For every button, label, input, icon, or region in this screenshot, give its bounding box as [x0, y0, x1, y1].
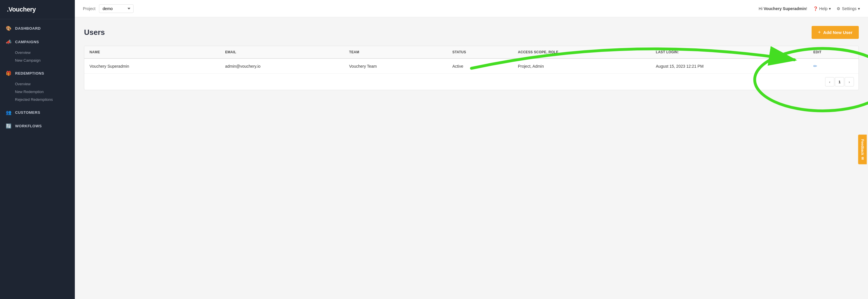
add-new-user-button[interactable]: + Add New User	[812, 26, 859, 39]
redemptions-icon: 🎁	[6, 70, 12, 76]
sidebar-item-new-redemption[interactable]: New Redemption	[15, 88, 75, 96]
pagination-prev-button[interactable]: ‹	[825, 77, 834, 86]
nav-section-customers: 👥 CUSTOMERS	[0, 106, 75, 119]
sidebar-item-customers[interactable]: 👥 CUSTOMERS	[0, 106, 75, 119]
table-body: Vouchery Superadmin admin@vouchery.io Vo…	[84, 58, 859, 73]
sidebar-item-redemptions-overview[interactable]: Overview	[15, 80, 75, 88]
page-header: Users + Add New User	[84, 26, 859, 39]
help-button[interactable]: ❓ Help ▾	[813, 6, 831, 11]
feedback-tab[interactable]: Feedback ✉	[858, 134, 867, 164]
table-header: NAME EMAIL TEAM STATUS ACCESS SCOPE, ROL…	[84, 46, 859, 58]
col-access-scope-role: ACCESS SCOPE, ROLE	[513, 46, 650, 58]
app-logo: .Vouchery	[0, 0, 75, 19]
col-team: TEAM	[344, 46, 447, 58]
cell-status: Active	[447, 58, 513, 73]
campaigns-subitems: Overview New Campaign	[0, 48, 75, 66]
topbar: Project demo Hi Vouchery Superadmin! ❓ H…	[75, 0, 868, 17]
main-area: Project demo Hi Vouchery Superadmin! ❓ H…	[75, 0, 868, 299]
cell-email: admin@vouchery.io	[220, 58, 344, 73]
sidebar: .Vouchery 🎨 DASHBOARD 📣 CAMPAIGNS Overvi…	[0, 0, 75, 299]
col-last-login: LAST LOGIN:	[651, 46, 808, 58]
feedback-label: Feedback	[860, 139, 864, 155]
sidebar-item-dashboard[interactable]: 🎨 DASHBOARD	[0, 22, 75, 35]
table-row: Vouchery Superadmin admin@vouchery.io Vo…	[84, 58, 859, 73]
col-edit: EDIT	[808, 46, 859, 58]
pagination: ‹ 1 ›	[84, 73, 859, 90]
dashboard-icon: 🎨	[6, 26, 12, 31]
sidebar-item-new-campaign[interactable]: New Campaign	[15, 56, 75, 64]
nav-section-redemptions: 🎁 REDEMPTIONS Overview New Redemption Re…	[0, 67, 75, 105]
col-status: STATUS	[447, 46, 513, 58]
sidebar-item-campaigns-overview[interactable]: Overview	[15, 49, 75, 56]
topbar-right: Hi Vouchery Superadmin! ❓ Help ▾ ⚙ Setti…	[758, 6, 860, 11]
edit-icon[interactable]: ✏	[813, 64, 817, 68]
cell-edit: ✏	[808, 58, 859, 73]
sidebar-item-rejected-redemptions[interactable]: Rejected Redemptions	[15, 96, 75, 103]
settings-chevron-icon: ▾	[858, 6, 860, 11]
sidebar-item-workflows[interactable]: 🔄 WORKFLOWS	[0, 120, 75, 132]
pagination-page-1-button[interactable]: 1	[835, 77, 844, 86]
page-title: Users	[84, 28, 105, 37]
project-label: Project	[83, 6, 96, 11]
workflows-icon: 🔄	[6, 123, 12, 129]
cell-name: Vouchery Superadmin	[84, 58, 220, 73]
pagination-next-button[interactable]: ›	[845, 77, 854, 86]
help-icon: ❓	[813, 6, 818, 11]
sidebar-item-redemptions-label: REDEMPTIONS	[15, 71, 44, 76]
sidebar-item-redemptions[interactable]: 🎁 REDEMPTIONS	[0, 67, 75, 80]
greeting-name: Vouchery Superadmin	[764, 6, 806, 11]
cell-last-login: August 15, 2023 12:21 PM	[651, 58, 808, 73]
feedback-envelope-icon: ✉	[860, 157, 864, 160]
cell-team: Vouchery Team	[344, 58, 447, 73]
settings-gear-icon: ⚙	[837, 6, 840, 11]
users-table-container: NAME EMAIL TEAM STATUS ACCESS SCOPE, ROL…	[84, 46, 859, 90]
nav-section-dashboard: 🎨 DASHBOARD	[0, 22, 75, 35]
redemptions-subitems: Overview New Redemption Rejected Redempt…	[0, 80, 75, 105]
sidebar-item-campaigns-label: CAMPAIGNS	[15, 40, 39, 44]
table-header-row: NAME EMAIL TEAM STATUS ACCESS SCOPE, ROL…	[84, 46, 859, 58]
settings-button[interactable]: ⚙ Settings ▾	[837, 6, 860, 11]
col-email: EMAIL	[220, 46, 344, 58]
users-table: NAME EMAIL TEAM STATUS ACCESS SCOPE, ROL…	[84, 46, 859, 73]
topbar-left: Project demo	[83, 4, 133, 13]
nav-section-campaigns: 📣 CAMPAIGNS Overview New Campaign	[0, 36, 75, 66]
col-name: NAME	[84, 46, 220, 58]
sidebar-item-customers-label: CUSTOMERS	[15, 110, 40, 115]
topbar-greeting: Hi Vouchery Superadmin!	[758, 6, 807, 11]
project-select[interactable]: demo	[99, 4, 133, 13]
customers-icon: 👥	[6, 110, 12, 115]
page-content: Users + Add New User NAME EMAIL TEAM STA…	[75, 17, 868, 299]
help-chevron-icon: ▾	[829, 6, 831, 11]
add-new-user-label: Add New User	[823, 30, 852, 35]
sidebar-item-campaigns[interactable]: 📣 CAMPAIGNS	[0, 36, 75, 48]
sidebar-item-workflows-label: WORKFLOWS	[15, 124, 42, 128]
plus-icon: +	[818, 29, 821, 35]
sidebar-nav: 🎨 DASHBOARD 📣 CAMPAIGNS Overview New Cam…	[0, 19, 75, 299]
sidebar-item-dashboard-label: DASHBOARD	[15, 26, 41, 31]
nav-section-workflows: 🔄 WORKFLOWS	[0, 120, 75, 132]
campaigns-icon: 📣	[6, 39, 12, 44]
cell-access-scope-role: Project, Admin	[513, 58, 650, 73]
